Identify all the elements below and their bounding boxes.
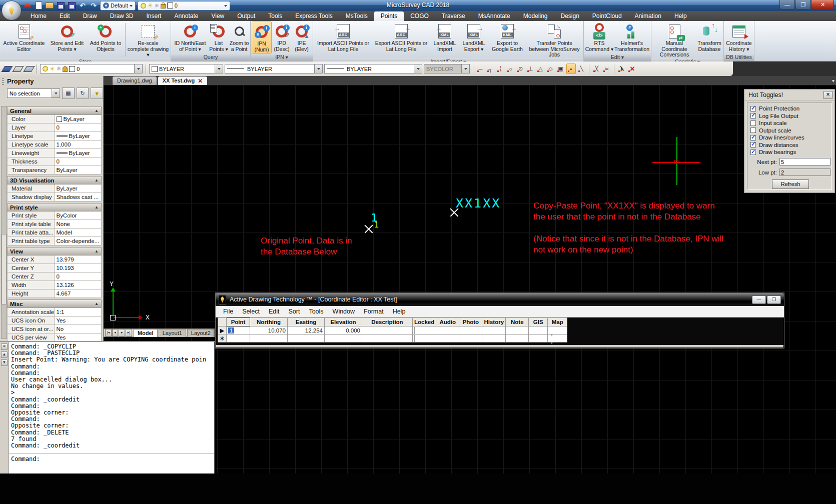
input-scale-checkbox[interactable] [750,120,756,126]
property-row[interactable]: Print table atta...Model [7,228,102,237]
property-row[interactable]: TransparencyByLayer [7,166,102,174]
property-row[interactable]: UCS per viewYes [7,334,102,341]
tab-output[interactable]: Output [231,12,262,21]
snap-nearest-icon[interactable]: ╲ [577,64,586,74]
col-easting[interactable]: Easting [288,318,325,326]
cell-map[interactable] [548,326,567,334]
cell-description[interactable] [362,326,413,334]
coordinate-history-button[interactable]: Coordinate History ▾ [725,22,753,54]
tab-mstools[interactable]: MsTools [339,12,374,21]
active-coordinate-editor-button[interactable]: ✎ Active Coordinate Editor [1,22,47,58]
low-pt-input[interactable] [779,168,830,176]
layer-freeze-viewport-icon[interactable]: ❄ [57,66,61,72]
property-row[interactable]: ColorByLayer [7,115,102,124]
menu-file[interactable]: File [219,308,238,315]
layer-manager-icon[interactable] [2,64,12,74]
cell-history[interactable] [482,334,506,342]
property-row[interactable]: Center Z0 [7,272,102,281]
scroll-down-icon[interactable]: ▼ [1,360,8,366]
menu-sort[interactable]: Sort [284,308,304,315]
cell-point[interactable] [227,334,250,342]
toggle-log-file-output[interactable]: Log File Output [750,112,830,120]
property-row[interactable]: Print style tableNone [7,220,102,228]
minimize-button[interactable]: — [779,0,795,10]
color-dropdown-arrow[interactable] [215,64,223,73]
landxml-import-button[interactable]: →XML LandXML Import [430,22,459,58]
ipn-num-button[interactable]: i# IPN (Num) [252,22,272,54]
select-objects-button[interactable]: ▦ [62,88,75,99]
toggle-output-scale[interactable]: Output scale [750,127,830,134]
locked-checkbox[interactable] [414,335,415,342]
rescale-drawing-button[interactable]: ✎ Re-scale complete drawing ▾ [127,22,170,58]
cell-description[interactable] [362,334,413,342]
application-menu-button[interactable] [2,0,22,20]
tab-cogo[interactable]: COGO [404,12,435,21]
cell-easting[interactable]: 12.254 [288,326,325,334]
cell-elevation[interactable]: 0.000 [325,326,362,334]
tab-model[interactable]: Model [134,329,158,337]
property-row[interactable]: UCS icon OnYes [7,316,102,325]
snap-intersection-icon[interactable]: ╎ [496,64,505,74]
section-general[interactable]: General▲ [7,106,102,115]
tab-view[interactable]: View [205,12,231,21]
property-row[interactable]: Height4.667 [7,290,102,298]
layer-on-icon[interactable] [43,66,48,72]
cell-history[interactable] [482,326,506,334]
menu-select[interactable]: Select [238,308,264,315]
filter-button[interactable]: ▼ [91,88,103,99]
tab-xx-test-dwg[interactable]: XX Test.dwg ✕ [158,76,208,85]
export-ascii-button[interactable]: →ASC Export ASCII Points or Lat Long Fil… [372,22,430,58]
property-row[interactable]: Center X13.979 [7,256,102,264]
prev-layout-icon[interactable]: ◂ [112,329,119,336]
snap-tangent-icon[interactable]: △ [536,64,545,74]
col-audio[interactable]: Audio [436,318,459,326]
tab-design[interactable]: Design [554,12,586,21]
property-row[interactable]: Print table typeColor-depende... [7,237,102,246]
menu-edit[interactable]: Edit [264,308,284,315]
section-misc[interactable]: Misc▲ [7,300,102,308]
maximize-button[interactable]: ❐ [795,0,811,10]
cell-elevation[interactable] [325,334,362,342]
toggle-point-protection[interactable]: Point Protection [750,105,830,112]
command-prompt[interactable]: Command: [11,456,40,462]
lineweight-control-dropdown[interactable]: BYLAYER [324,64,422,74]
next-layout-icon[interactable]: ▸ [119,329,125,336]
menu-tools[interactable]: Tools [304,308,328,315]
tab-insert[interactable]: Insert [140,12,168,21]
locked-checkbox[interactable] [414,327,415,334]
cell-photo[interactable] [459,334,482,342]
point-1-marker[interactable] [363,223,374,234]
cell-audio[interactable] [436,326,459,334]
property-row[interactable]: Thickness0 [7,158,102,166]
manual-coordinate-conversions-button[interactable]: ⇄ Manual Coordinate Conversions [652,22,696,58]
group-label-edit[interactable]: Edit ▾ [584,54,651,61]
cell-audio[interactable] [436,334,459,342]
col-point[interactable]: Point [227,318,250,326]
toggle-draw-distances[interactable]: Draw distances [750,142,830,149]
cell-note[interactable] [506,326,529,334]
col-map[interactable]: Map [548,318,567,326]
tab-msannotate[interactable]: MsAnnotate [472,12,517,21]
tab-edit[interactable]: Edit [53,12,77,21]
layer-lock-icon[interactable] [63,68,68,72]
snap-apparent-icon[interactable]: ≍ [602,64,611,74]
property-row[interactable]: Print styleByColor [7,212,102,220]
toggle-draw-lines-curves[interactable]: Draw lines/curves [750,134,830,142]
tab-home[interactable]: Home [24,12,53,21]
new-point-row[interactable]: ∗ [218,334,567,342]
property-row[interactable]: LinetypeByLayer [7,132,102,140]
output-scale-checkbox[interactable] [750,128,756,133]
tab-points[interactable]: Points [374,12,404,21]
layer-dropdown-arrow[interactable] [134,64,142,73]
quick-select-button[interactable]: ↻ [77,88,89,99]
close-button[interactable]: ✕ [811,0,834,10]
snap-midpoint-icon[interactable]: ┐ [486,64,495,74]
cell-note[interactable] [506,334,529,342]
cell-northing[interactable] [250,334,288,342]
draw-bearings-checkbox[interactable] [750,150,756,155]
transfer-points-button[interactable]: → Transfer Points between MicroSurvey Jo… [526,22,582,58]
editor-maximize-button[interactable]: ❐ [767,296,781,304]
tab-modeling[interactable]: Modeling [517,12,554,21]
cell-photo[interactable] [459,326,482,334]
snap-none-icon[interactable]: ╳ [592,64,601,74]
